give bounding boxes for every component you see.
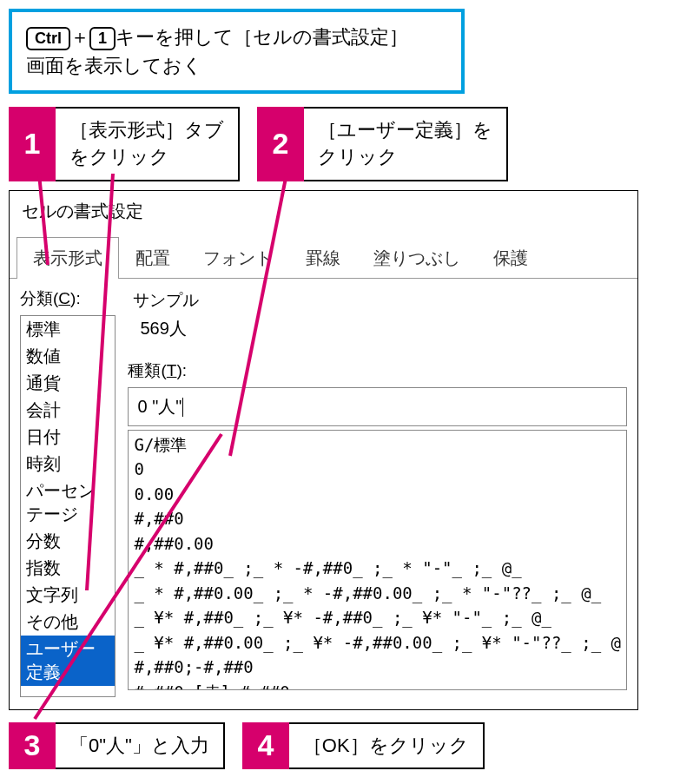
callout-3: 3 「0"人"」と入力 [9,722,225,770]
callout-1-number: 1 [9,107,56,181]
tab-塗りつぶし[interactable]: 塗りつぶし [357,237,477,279]
callout-row-bottom: 3 「0"人"」と入力 4 ［OK］をクリック [9,722,671,770]
plus-sign: ＋ [70,26,89,48]
callout-3-number: 3 [9,722,56,770]
category-item[interactable]: その他 [21,609,115,636]
category-item[interactable]: 分数 [21,528,115,555]
callout-1: 1 ［表示形式］タブ をクリック [9,107,240,181]
format-item[interactable]: _ * #,##0_ ;_ * -#,##0_ ;_ * "-"_ ;_ @_ [134,556,621,581]
tab-罫線[interactable]: 罫線 [289,237,357,279]
format-cells-dialog: セルの書式設定 表示形式配置フォント罫線塗りつぶし保護 分類(C): 標準数値通… [9,190,638,710]
category-item[interactable]: 標準 [21,316,115,343]
category-item[interactable]: 日付 [21,424,115,451]
format-item[interactable]: _ ¥* #,##0.00_ ;_ ¥* -#,##0.00_ ;_ ¥* "-… [134,630,621,656]
instruction-line1: Ctrl＋1キーを押して［セルの書式設定］ [26,23,447,51]
type-input[interactable]: 0 "人" [128,387,627,426]
tab-表示形式[interactable]: 表示形式 [17,237,119,279]
type-input-value: 0 "人" [137,397,182,416]
callout-row-top: 1 ［表示形式］タブ をクリック 2 ［ユーザー定義］を クリック [9,107,671,181]
callout-2: 2 ［ユーザー定義］を クリック [257,107,508,181]
category-label: 分類(C): [20,287,116,310]
format-item[interactable]: #,##0;-#,##0 [134,655,621,680]
format-item[interactable]: 0 [134,457,621,482]
instruction-suffix: キーを押して［セルの書式設定］ [116,26,408,48]
key-1: 1 [89,27,116,50]
category-item[interactable]: 文字列 [21,582,115,609]
callout-2-number: 2 [257,107,304,181]
type-label: 種類(T): [128,359,627,382]
category-item[interactable]: 通貨 [21,370,115,397]
category-list[interactable]: 標準数値通貨会計日付時刻パーセンテージ分数指数文字列その他ユーザー定義 [20,315,116,697]
sample-label: サンプル [133,289,627,312]
tab-保護[interactable]: 保護 [477,237,545,279]
category-item[interactable]: 数値 [21,343,115,370]
format-item[interactable]: #,##0 [134,506,621,531]
text-cursor-icon [182,398,183,417]
category-item[interactable]: ユーザー定義 [21,636,115,686]
format-item[interactable]: _ * #,##0.00_ ;_ * -#,##0.00_ ;_ * "-"??… [134,581,621,606]
category-item[interactable]: 会計 [21,397,115,424]
dialog-title: セルの書式設定 [10,191,637,228]
callout-4-number: 4 [242,722,289,770]
callout-1-text: ［表示形式］タブ をクリック [56,107,240,181]
instruction-box: Ctrl＋1キーを押して［セルの書式設定］ 画面を表示しておく [9,9,465,94]
callout-3-text: 「0"人"」と入力 [56,722,225,770]
format-item[interactable]: #,##0.00 [134,531,621,557]
category-item[interactable]: 時刻 [21,451,115,478]
category-item[interactable]: 指数 [21,555,115,582]
category-item[interactable]: パーセンテージ [21,478,115,528]
format-item[interactable]: G/標準 [134,432,621,458]
instruction-line2: 画面を表示しておく [26,51,447,80]
format-list[interactable]: G/標準00.00#,##0#,##0.00_ * #,##0_ ;_ * -#… [128,430,627,690]
callout-4-text: ［OK］をクリック [289,722,485,770]
format-item[interactable]: 0.00 [134,482,621,507]
sample-value: 569人 [128,312,627,352]
key-ctrl: Ctrl [26,27,70,50]
tab-配置[interactable]: 配置 [119,237,187,279]
dialog-tabs: 表示形式配置フォント罫線塗りつぶし保護 [10,228,637,279]
callout-4: 4 ［OK］をクリック [242,722,485,770]
format-item[interactable]: _ ¥* #,##0_ ;_ ¥* -#,##0_ ;_ ¥* "-"_ ;_ … [134,605,621,630]
tab-フォント[interactable]: フォント [187,237,289,279]
callout-2-text: ［ユーザー定義］を クリック [304,107,508,181]
format-item[interactable]: #,##0;[赤]-#,##0 [134,680,621,690]
